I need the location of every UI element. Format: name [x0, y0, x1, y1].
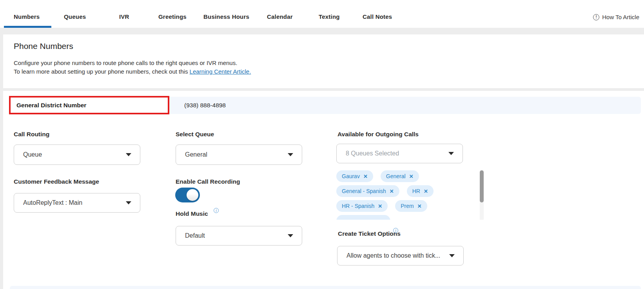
queue-chip-label: HR - Spanish: [342, 203, 374, 209]
call-recording-label: Enable Call Recording: [176, 178, 240, 185]
chevron-down-icon: [288, 153, 293, 156]
chevron-down-icon: [448, 152, 454, 155]
tab-call-notes[interactable]: Call Notes: [363, 13, 392, 20]
customer-feedback-select[interactable]: AutoReplyText : Main: [14, 193, 140, 213]
remove-chip-icon[interactable]: ✕: [363, 174, 368, 179]
remove-chip-icon[interactable]: ✕: [390, 189, 394, 194]
active-tab-indicator: [4, 26, 51, 28]
queue-chip: HR ✕: [407, 185, 434, 197]
top-tab-bar: Numbers Queues IVR Greetings Business Ho…: [0, 0, 644, 28]
create-ticket-select[interactable]: Allow agents to choose with tick...: [337, 246, 464, 266]
remove-chip-icon[interactable]: ✕: [378, 204, 382, 209]
queue-chip-label: HR: [412, 188, 420, 194]
queue-chip: General - Spanish ✕: [336, 185, 399, 197]
selected-queues-list: Gaurav ✕ General ✕ General - Spanish ✕ H…: [336, 170, 473, 220]
tab-greetings[interactable]: Greetings: [158, 13, 187, 20]
outgoing-calls-label: Available for Outgoing Calls: [337, 131, 419, 138]
queue-chip: Prem ✕: [395, 200, 427, 212]
toggle-knob: [187, 189, 198, 201]
hold-music-select[interactable]: Default: [176, 226, 302, 246]
queue-chip-label: General: [386, 173, 406, 179]
phone-numbers-header-card: Phone Numbers Configure your phone numbe…: [3, 34, 644, 88]
page-description: Configure your phone numbers to route ph…: [14, 59, 251, 76]
chevron-down-icon: [126, 153, 131, 156]
customer-feedback-label: Customer Feedback Message: [14, 178, 99, 185]
queue-chip: Gaurav ✕: [336, 170, 373, 182]
create-ticket-label: Create Ticket Options: [338, 230, 401, 237]
annotation-highlight-red: General District Number: [9, 96, 169, 114]
tab-business-hours[interactable]: Business Hours: [203, 13, 249, 20]
tab-queues[interactable]: Queues: [64, 13, 86, 20]
chevron-down-icon: [126, 201, 131, 204]
select-queue-select[interactable]: General: [176, 144, 302, 165]
queue-chip: HR - Spanish ✕: [336, 200, 388, 212]
customer-feedback-value: AutoReplyText : Main: [23, 199, 126, 206]
alert-circle-icon: !: [593, 14, 599, 20]
outgoing-calls-placeholder: 8 Queues Selected: [346, 150, 448, 157]
chevron-down-icon: [449, 254, 455, 257]
hold-music-value: Default: [185, 232, 288, 239]
tab-texting[interactable]: Texting: [319, 13, 340, 20]
select-queue-value: General: [185, 151, 288, 158]
chips-scrollbar-track[interactable]: [480, 170, 484, 220]
queue-chip-label: Gaurav: [342, 173, 360, 179]
call-routing-value: Queue: [23, 151, 126, 158]
queue-chip-label: Prem: [401, 203, 414, 209]
chips-scrollbar-thumb[interactable]: [480, 170, 484, 202]
remove-chip-icon[interactable]: ✕: [417, 204, 422, 209]
queue-chip-partial: [336, 215, 390, 220]
call-recording-toggle[interactable]: [175, 188, 200, 202]
create-ticket-value: Allow agents to choose with tick...: [346, 252, 449, 259]
number-name: General District Number: [16, 102, 86, 109]
outgoing-calls-select[interactable]: 8 Queues Selected: [336, 144, 463, 163]
number-config-card: General District Number (938) 888-4898 C…: [3, 91, 644, 289]
page-title: Phone Numbers: [14, 42, 73, 51]
create-ticket-info-icon[interactable]: i: [393, 228, 398, 233]
next-phone-number-row[interactable]: [10, 286, 641, 289]
description-line2: To learn more about setting up your phon…: [14, 68, 190, 75]
queue-chip: General ✕: [381, 170, 419, 182]
how-to-article-label: How To Article: [602, 14, 639, 20]
call-routing-label: Call Routing: [14, 131, 49, 138]
remove-chip-icon[interactable]: ✕: [424, 189, 428, 194]
remove-chip-icon[interactable]: ✕: [409, 174, 414, 179]
hold-music-info-icon[interactable]: i: [214, 208, 219, 213]
phone-number-value: (938) 888-4898: [184, 97, 226, 114]
call-routing-select[interactable]: Queue: [14, 144, 140, 165]
hold-music-label: Hold Music: [176, 210, 208, 217]
tab-calendar[interactable]: Calendar: [267, 13, 293, 20]
tab-numbers[interactable]: Numbers: [14, 13, 40, 20]
learning-center-link[interactable]: Learning Center Article.: [190, 68, 251, 75]
chevron-down-icon: [288, 234, 293, 237]
select-queue-label: Select Queue: [176, 131, 214, 138]
queue-chip-label: General - Spanish: [342, 188, 386, 194]
tab-ivr[interactable]: IVR: [119, 13, 129, 20]
how-to-article-link[interactable]: ! How To Article: [593, 14, 639, 20]
description-line1: Configure your phone numbers to route ph…: [14, 60, 237, 66]
